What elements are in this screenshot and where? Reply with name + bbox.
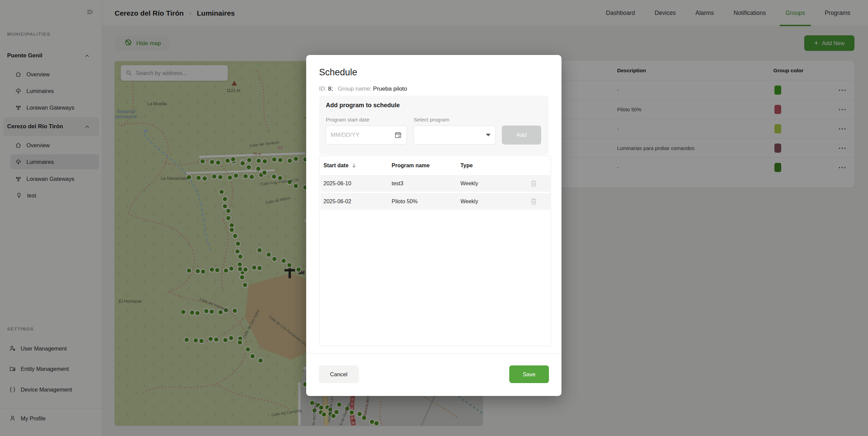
schedule-modal: Schedule ID: 8; Group name: Prueba pilot…	[306, 55, 561, 396]
schedule-program-name: test3	[392, 175, 403, 192]
schedule-program-name: Piloto 50%	[392, 193, 418, 210]
column-header-type: Type	[460, 156, 473, 175]
chevron-down-icon	[486, 134, 491, 136]
schedule-start-date: 2025-06-10	[323, 175, 351, 192]
schedule-type: Weekly	[460, 175, 478, 192]
panel-title: Add program to schedule	[326, 102, 400, 109]
calendar-icon[interactable]	[394, 131, 402, 139]
start-date-field[interactable]	[326, 126, 407, 145]
schedule-start-date: 2025-06-02	[323, 193, 351, 210]
modal-footer-divider	[306, 354, 561, 354]
group-name-value: Prueba piloto	[373, 86, 407, 92]
cancel-button[interactable]: Cancel	[319, 365, 359, 383]
modal-title: Schedule	[319, 67, 357, 78]
id-value: 8;	[328, 86, 333, 92]
delete-schedule-icon[interactable]	[530, 179, 537, 189]
schedule-row[interactable]: 2025-06-02 Piloto 50% Weekly	[320, 193, 550, 210]
start-date-label: Program start date	[326, 117, 369, 123]
save-button[interactable]: Save	[509, 365, 549, 383]
delete-schedule-icon[interactable]	[530, 197, 537, 207]
column-header-program-name: Program name	[392, 156, 430, 175]
id-label: ID:	[319, 86, 327, 92]
add-button-disabled[interactable]: Add	[502, 126, 541, 145]
schedule-type: Weekly	[460, 193, 478, 210]
select-program-label: Select program	[414, 117, 449, 123]
app-root: MUNICIPALITIES Puente Genil Overview Lum…	[0, 0, 868, 436]
schedule-table: Start date Program name Type 2025-06-10 …	[319, 156, 551, 346]
schedule-row[interactable]: 2025-06-10 test3 Weekly	[320, 175, 550, 192]
column-header-start-date[interactable]: Start date	[323, 156, 357, 175]
sort-descending-icon[interactable]	[351, 163, 357, 168]
group-name-label: Group name:	[338, 86, 371, 92]
modal-subtitle: ID: 8; Group name: Prueba piloto	[319, 86, 407, 92]
select-program-dropdown[interactable]	[413, 126, 496, 145]
start-date-input[interactable]	[331, 132, 394, 138]
add-program-panel: Add program to schedule Program start da…	[319, 96, 549, 155]
